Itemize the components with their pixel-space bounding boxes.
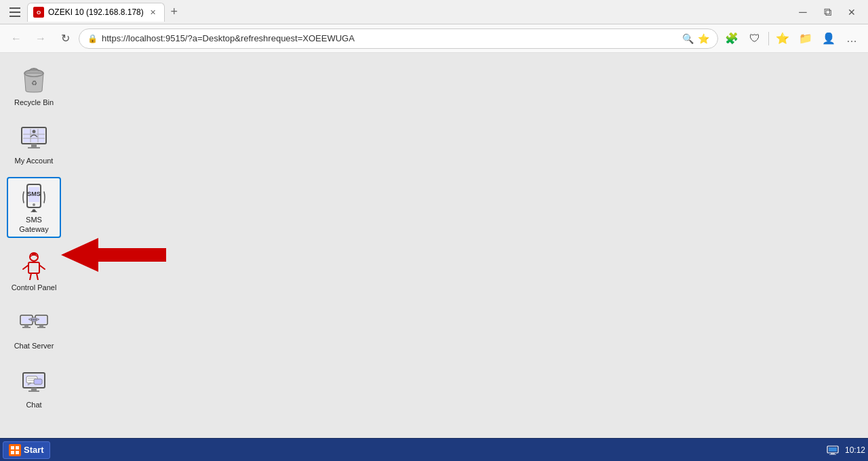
recycle-bin-icon[interactable]: ♻ Recycle Bin bbox=[7, 60, 61, 111]
desktop: ♻ Recycle Bin bbox=[0, 53, 868, 438]
minimize-button[interactable]: ─ bbox=[792, 1, 814, 23]
system-tray bbox=[826, 445, 840, 456]
red-arrow bbox=[61, 235, 166, 275]
svg-rect-48 bbox=[11, 446, 14, 449]
chat-label: Chat bbox=[26, 400, 41, 409]
sms-gateway-icon[interactable]: SMS SMS Gateway bbox=[7, 177, 61, 239]
my-account-icon[interactable]: My Account bbox=[7, 118, 61, 169]
svg-rect-41 bbox=[31, 388, 37, 390]
search-icon: 🔍 bbox=[682, 33, 694, 44]
nav-divider bbox=[768, 32, 769, 45]
sms-gateway-image: SMS bbox=[18, 181, 50, 214]
svg-line-25 bbox=[30, 273, 31, 280]
tab-favicon: O bbox=[33, 7, 44, 18]
my-account-image bbox=[18, 122, 50, 155]
address-bar[interactable]: 🔒 🔍 ⭐ bbox=[79, 28, 718, 49]
svg-rect-34 bbox=[39, 325, 43, 327]
svg-rect-49 bbox=[16, 446, 19, 449]
svg-rect-35 bbox=[37, 327, 45, 328]
star-icon: ⭐ bbox=[698, 33, 709, 44]
nav-bar: ← → ↻ 🔒 🔍 ⭐ 🧩 🛡 ⭐ 📁 👤 … bbox=[0, 24, 868, 53]
svg-rect-54 bbox=[831, 453, 835, 454]
recycle-bin-label: Recycle Bin bbox=[14, 98, 54, 107]
sidebar-toggle-button[interactable] bbox=[5, 3, 24, 22]
new-tab-button[interactable]: + bbox=[165, 3, 184, 22]
svg-line-23 bbox=[23, 265, 28, 269]
svg-rect-31 bbox=[22, 327, 31, 328]
svg-marker-47 bbox=[61, 238, 166, 272]
tab-bar: O OZEKI 10 (192.168.8.178) ✕ + bbox=[27, 0, 789, 24]
bookmarks-button[interactable]: ⭐ bbox=[772, 28, 793, 49]
control-panel-image bbox=[18, 249, 50, 281]
nav-right-buttons: 🧩 🛡 ⭐ 📁 👤 … bbox=[721, 28, 863, 49]
taskbar-right: 10:12 bbox=[826, 445, 865, 456]
svg-rect-51 bbox=[16, 451, 19, 454]
svg-point-36 bbox=[31, 319, 33, 321]
recycle-bin-image: ♻ bbox=[18, 64, 50, 96]
restore-button[interactable]: ⧉ bbox=[816, 1, 838, 23]
chat-server-image bbox=[18, 307, 50, 340]
icon-grid: ♻ Recycle Bin bbox=[7, 60, 61, 414]
svg-rect-22 bbox=[28, 262, 39, 273]
svg-rect-0 bbox=[9, 7, 20, 9]
start-button[interactable]: Start bbox=[3, 441, 50, 459]
start-label: Start bbox=[24, 445, 44, 455]
tab-title: OZEKI 10 (192.168.8.178) bbox=[48, 7, 144, 17]
menu-button[interactable]: … bbox=[841, 28, 863, 49]
svg-point-38 bbox=[35, 319, 37, 321]
tab-close-button[interactable]: ✕ bbox=[148, 7, 159, 18]
profile-button[interactable]: 👤 bbox=[818, 28, 840, 49]
svg-rect-30 bbox=[24, 325, 28, 327]
back-button[interactable]: ← bbox=[5, 28, 27, 49]
sms-gateway-label: SMS Gateway bbox=[11, 215, 57, 235]
my-account-label: My Account bbox=[15, 156, 54, 165]
svg-rect-42 bbox=[28, 390, 39, 392]
extensions-button[interactable]: 🧩 bbox=[721, 28, 743, 49]
svg-rect-55 bbox=[829, 454, 836, 455]
svg-line-26 bbox=[37, 273, 38, 280]
svg-text:♻: ♻ bbox=[31, 79, 37, 87]
svg-text:SMS: SMS bbox=[27, 191, 41, 197]
shield-icon[interactable]: 🛡 bbox=[744, 28, 766, 49]
title-bar: O OZEKI 10 (192.168.8.178) ✕ + ─ ⧉ ✕ bbox=[0, 0, 868, 24]
close-window-button[interactable]: ✕ bbox=[841, 1, 863, 23]
chat-image bbox=[18, 366, 50, 399]
svg-point-18 bbox=[33, 203, 35, 206]
chat-icon[interactable]: Chat bbox=[7, 362, 61, 414]
svg-rect-21 bbox=[32, 254, 36, 256]
lock-icon: 🔒 bbox=[87, 34, 98, 43]
reload-button[interactable]: ↻ bbox=[54, 28, 76, 49]
chat-server-icon[interactable]: Chat Server bbox=[7, 303, 61, 355]
control-panel-label: Control Panel bbox=[12, 283, 57, 292]
svg-rect-46 bbox=[34, 379, 42, 384]
chat-server-label: Chat Server bbox=[14, 341, 54, 350]
svg-line-24 bbox=[39, 265, 45, 269]
control-panel-icon[interactable]: Control Panel bbox=[7, 245, 61, 296]
collections-button[interactable]: 📁 bbox=[795, 28, 816, 49]
browser-tab[interactable]: O OZEKI 10 (192.168.8.178) ✕ bbox=[27, 3, 165, 22]
start-icon bbox=[9, 444, 21, 456]
svg-rect-2 bbox=[9, 16, 20, 17]
svg-point-14 bbox=[33, 130, 36, 134]
forward-button[interactable]: → bbox=[30, 28, 52, 49]
taskbar: Start 10:12 bbox=[0, 438, 868, 461]
svg-rect-8 bbox=[31, 144, 37, 147]
url-input[interactable] bbox=[102, 33, 678, 43]
svg-rect-50 bbox=[11, 451, 14, 454]
svg-rect-9 bbox=[28, 147, 40, 148]
svg-point-37 bbox=[33, 319, 35, 321]
svg-rect-53 bbox=[829, 447, 837, 452]
svg-rect-1 bbox=[9, 12, 20, 13]
clock: 10:12 bbox=[845, 445, 865, 455]
